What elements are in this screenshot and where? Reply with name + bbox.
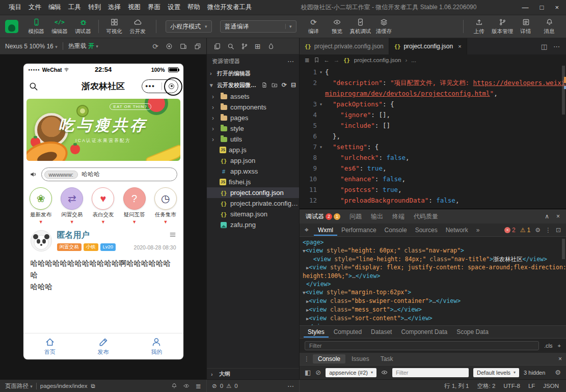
devtools-tab-network[interactable]: Network — [442, 225, 472, 236]
wxml-tree[interactable]: <page>▼<view style="height: 60px;" class… — [300, 237, 566, 325]
wxml-node[interactable]: <page> — [303, 238, 566, 246]
notice-bar[interactable]: wwwwww: 哈哈哈 — [30, 167, 177, 181]
notifications-icon[interactable] — [171, 383, 177, 389]
files-icon[interactable] — [213, 43, 221, 50]
toolbar-button-visualization[interactable]: 可视化 — [102, 16, 126, 37]
console-tab-task[interactable]: Task — [375, 354, 398, 363]
close-icon[interactable]: × — [556, 213, 560, 220]
devtools-tab-performance[interactable]: Performance — [337, 225, 381, 236]
toolbar-button-upload[interactable]: 上传 — [467, 16, 491, 37]
grid-latest-posts[interactable]: ❀最新发布▼ — [26, 187, 56, 224]
post-menu-icon[interactable] — [169, 230, 176, 238]
multi-device-icon[interactable] — [180, 43, 187, 50]
devtools-tab-console[interactable]: Console — [381, 225, 411, 236]
grid-qa[interactable]: ?疑问互答▼ — [120, 187, 149, 224]
clear-console-icon[interactable]: ⊘ — [315, 369, 321, 376]
debugger-tab[interactable]: 调试器21 — [306, 212, 340, 221]
hot-reload-toggle[interactable]: 热重载 开 ▾ — [68, 42, 98, 50]
status-item[interactable]: 行 1, 列 1 — [444, 382, 469, 390]
toolbar-button-details[interactable]: 详情 — [514, 16, 537, 37]
toolbar-button-debugger[interactable]: 调试器 — [71, 16, 95, 37]
fold-icon[interactable]: ▾ — [317, 67, 325, 77]
console-tab-console[interactable]: Console — [313, 354, 345, 363]
forward-icon[interactable]: → — [334, 57, 340, 63]
wxml-node[interactable]: ▼<view style="margin-top:62px"> — [303, 288, 566, 297]
collapse-icon[interactable]: ⊟ — [291, 81, 296, 89]
tab-mine[interactable]: 我的 — [130, 333, 183, 359]
wxml-node[interactable]: ▶<view class="sort-content">…</view> — [303, 314, 566, 323]
toolbar-button-compile[interactable]: ⟳编译 — [302, 16, 326, 37]
debugger-tab[interactable]: 输出 — [371, 212, 383, 221]
tree-item-style[interactable]: ›style — [207, 123, 299, 134]
toolbar-button-cloud-dev[interactable]: 云开发 — [126, 16, 149, 37]
compile-mode-select[interactable]: 普通编译 ▾ — [220, 20, 297, 33]
wxml-node[interactable]: height:100%;">…</view> — [303, 272, 566, 280]
styles-tab-computed[interactable]: Computed — [330, 326, 366, 338]
menu-item[interactable]: 工具 — [65, 3, 85, 12]
wxml-node[interactable]: ▶<view class="bbs-swiper-container">…</v… — [303, 297, 566, 305]
warning-count-badge[interactable]: ⚠1 — [520, 227, 530, 234]
menu-item[interactable]: 设置 — [164, 3, 184, 12]
console-sidebar-icon[interactable]: ◧ — [305, 369, 311, 376]
tree-item-app.js[interactable]: JSapp.js — [207, 145, 299, 155]
status-item[interactable]: 空格: 2 — [477, 382, 496, 390]
menu-item[interactable]: 选择 — [104, 3, 124, 12]
bookmark-icon[interactable] — [314, 57, 320, 63]
tab-home[interactable]: 首页 — [23, 333, 77, 359]
inspect-element-icon[interactable]: ⌖ — [303, 226, 313, 234]
menu-item[interactable]: 文件 — [25, 3, 45, 12]
wxml-node[interactable]: <view style="line-height: 84px;" class="… — [303, 255, 566, 263]
toolbar-button-clear-cache[interactable]: 清缓存 — [372, 16, 396, 37]
menu-item[interactable]: 项目 — [5, 3, 25, 12]
list-icon[interactable]: ≣ — [305, 57, 310, 64]
editor-scrollbar[interactable] — [561, 66, 566, 209]
refresh-icon[interactable]: ⟳ — [282, 81, 287, 89]
devtools-tab-sources[interactable]: Sources — [411, 225, 442, 236]
current-page-path[interactable]: pages/index/index — [40, 383, 88, 389]
more-tabs-icon[interactable]: » — [473, 227, 483, 234]
menu-item[interactable]: 编辑 — [45, 3, 65, 12]
cls-toggle[interactable]: .cls — [544, 343, 553, 349]
close-drawer-icon[interactable]: × — [558, 355, 562, 362]
debugger-tab[interactable]: 问题 — [349, 212, 362, 221]
editor-tab[interactable]: {}project.private.config.json — [300, 38, 389, 54]
maximize-button[interactable]: □ — [540, 4, 544, 11]
context-select[interactable]: appservice (#2) ▾ — [326, 368, 376, 377]
breadcrumb-more[interactable]: ... — [411, 57, 416, 63]
watch-icon[interactable] — [183, 383, 190, 389]
tree-item-components[interactable]: ›components — [207, 102, 299, 113]
ellipsis-icon[interactable]: ⋯ — [287, 382, 294, 390]
grid-second-hand[interactable]: ⇄闲置交易▼ — [57, 187, 87, 224]
device-select[interactable]: Nexus 5 100% 16 ▾ — [5, 43, 58, 50]
target-icon[interactable] — [169, 83, 174, 89]
live-expression-icon[interactable] — [381, 369, 388, 376]
console-settings-icon[interactable]: ⚙ — [555, 369, 561, 376]
chevron-up-icon[interactable]: ∧ — [545, 213, 549, 220]
log-levels-select[interactable]: Default levels ▾ — [473, 368, 519, 377]
grid-task-market[interactable]: ◷任务集市▼ — [151, 187, 180, 224]
close-button[interactable]: × — [555, 4, 559, 11]
tab-publish[interactable]: 发布 — [76, 333, 130, 359]
status-item[interactable]: LF — [528, 383, 535, 389]
toolbar-button-preview[interactable]: 预览 — [326, 16, 349, 37]
tree-item-pages[interactable]: ›pages — [207, 113, 299, 123]
minimize-button[interactable]: — — [522, 4, 529, 11]
new-file-icon[interactable] — [261, 82, 267, 88]
tree-item-project.private.config.json[interactable]: {}project.private.config.json — [207, 198, 299, 209]
toolbar-button-simulator[interactable]: 模拟器 — [24, 16, 48, 37]
split-editor-icon[interactable]: ◫ — [541, 43, 547, 50]
search-icon[interactable] — [227, 43, 234, 50]
ellipsis-icon[interactable]: ⋯ — [287, 58, 294, 65]
float-window-icon[interactable] — [194, 43, 201, 50]
styles-tab-scope-data[interactable]: Scope Data — [452, 326, 493, 338]
kebab-icon[interactable]: ⋮ — [545, 227, 551, 234]
debugger-tab[interactable]: 代码质量 — [414, 212, 438, 221]
new-folder-icon[interactable] — [272, 82, 278, 88]
menu-item[interactable]: 转到 — [85, 3, 104, 12]
wxml-node[interactable]: </view> — [303, 280, 566, 288]
wxml-node[interactable]: ▼<view style="height: 60px;" class="nav-… — [303, 246, 566, 255]
more-dots-icon[interactable]: ●●● — [145, 83, 155, 89]
tree-item-sitemap.json[interactable]: {}sitemap.json — [207, 209, 299, 219]
dock-icon[interactable]: ⊡ — [556, 227, 561, 234]
tree-item-app.json[interactable]: {}app.json — [207, 155, 299, 166]
